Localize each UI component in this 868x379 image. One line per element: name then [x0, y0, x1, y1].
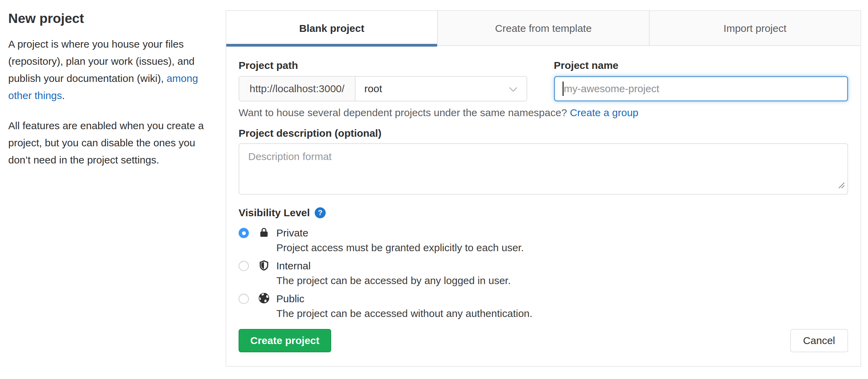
visibility-option-label: Internal	[276, 258, 511, 273]
visibility-option-public[interactable]: Public The project can be accessed witho…	[239, 291, 848, 321]
project-name-field: Project name my-awesome-project	[554, 60, 848, 101]
project-intro-text: A project is where you house your files …	[8, 36, 208, 104]
tab-blank-project[interactable]: Blank project	[226, 11, 437, 46]
project-description-textarea[interactable]	[239, 143, 848, 195]
tab-label: Create from template	[495, 23, 592, 34]
project-type-tabs: Blank project Create from template Impor…	[226, 11, 860, 46]
cancel-button[interactable]: Cancel	[790, 329, 848, 352]
project-path-field: Project path http://localhost:3000/ root	[239, 60, 527, 101]
visibility-level-label: Visibility Level	[239, 207, 310, 219]
tab-create-from-template[interactable]: Create from template	[437, 11, 649, 46]
visibility-option-label: Public	[276, 291, 532, 306]
visibility-options: Private Project access must be granted e…	[239, 225, 848, 321]
visibility-option-private[interactable]: Private Project access must be granted e…	[239, 225, 848, 255]
globe-icon	[257, 292, 271, 304]
visibility-option-description: Project access must be granted explicitl…	[276, 241, 524, 255]
radio-button-internal[interactable]	[239, 261, 249, 271]
question-mark-help-icon[interactable]: ?	[315, 207, 326, 218]
form-actions: Create project Cancel	[239, 329, 848, 352]
visibility-option-description: The project can be accessed without any …	[276, 306, 532, 321]
project-path-input-group: http://localhost:3000/ root	[239, 76, 527, 101]
new-project-panel: Blank project Create from template Impor…	[226, 10, 861, 367]
create-a-group-link[interactable]: Create a group	[570, 107, 638, 118]
text-cursor	[563, 82, 564, 96]
new-project-sidebar: New project A project is where you house…	[8, 11, 208, 182]
hint-text: Want to house several dependent projects…	[239, 107, 570, 118]
project-name-placeholder: my-awesome-project	[564, 83, 659, 95]
blank-project-form: Project path http://localhost:3000/ root…	[226, 60, 860, 352]
namespace-hint: Want to house several dependent projects…	[239, 107, 848, 119]
tab-import-project[interactable]: Import project	[649, 11, 860, 46]
visibility-option-label: Private	[276, 225, 524, 241]
project-path-url-prefix: http://localhost:3000/	[239, 77, 355, 101]
visibility-option-internal[interactable]: Internal The project can be accessed by …	[239, 258, 848, 288]
namespace-selected-value: root	[364, 83, 382, 95]
namespace-select[interactable]: root	[355, 77, 527, 101]
chevron-down-icon	[509, 83, 518, 95]
project-path-label: Project path	[239, 60, 527, 71]
intro-text-after: .	[62, 90, 65, 101]
shield-half-icon	[257, 259, 271, 272]
tab-label: Blank project	[299, 23, 364, 34]
create-project-button[interactable]: Create project	[239, 329, 331, 352]
project-description-wrap	[239, 143, 848, 195]
project-name-label: Project name	[554, 60, 848, 71]
lock-icon	[257, 226, 271, 239]
features-note: All features are enabled when you create…	[8, 117, 208, 169]
radio-button-private[interactable]	[239, 228, 249, 238]
tab-label: Import project	[724, 23, 786, 34]
visibility-level-row: Visibility Level ?	[239, 207, 848, 219]
project-name-input[interactable]: my-awesome-project	[554, 76, 848, 101]
page-title: New project	[8, 11, 208, 26]
visibility-option-description: The project can be accessed by any logge…	[276, 273, 511, 288]
radio-button-public[interactable]	[239, 294, 249, 304]
project-description-label: Project description (optional)	[239, 127, 848, 139]
